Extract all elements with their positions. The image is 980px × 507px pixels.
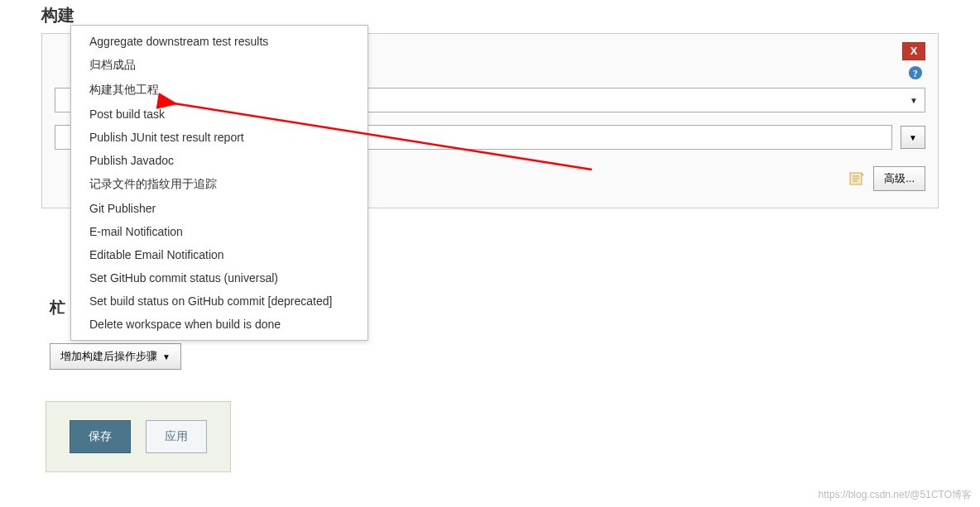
dropdown-item-post-build-task[interactable]: Post build task [71,103,368,126]
save-button[interactable]: 保存 [70,420,131,453]
expand-button[interactable]: ▼ [901,126,925,149]
dropdown-item-editable-email[interactable]: Editable Email Notification [71,243,368,266]
dropdown-item-git-publisher[interactable]: Git Publisher [71,197,368,220]
chevron-down-icon: ▼ [909,133,917,142]
apply-button[interactable]: 应用 [146,420,207,453]
dropdown-item-fingerprint[interactable]: 记录文件的指纹用于追踪 [71,172,368,197]
watermark-text: https://blog.csdn.net/@51CTO博客 [819,488,972,502]
dropdown-item-javadoc[interactable]: Publish Javadoc [71,149,368,172]
dropdown-item-delete-workspace[interactable]: Delete workspace when build is done [71,313,368,336]
close-button[interactable]: X [902,42,925,60]
add-post-build-step-button[interactable]: 增加构建后操作步骤 ▼ [50,343,181,370]
post-build-dropdown: Aggregate downstream test results 归档成品 构… [70,25,368,341]
dropdown-item-email[interactable]: E-mail Notification [71,220,368,243]
post-build-section-title: 杧 [50,297,65,318]
chevron-down-icon: ▼ [162,352,171,361]
help-icon[interactable]: ? [908,65,923,80]
svg-text:?: ? [913,69,918,79]
dropdown-item-junit[interactable]: Publish JUnit test result report [71,126,368,149]
dropdown-item-github-deprecated[interactable]: Set build status on GitHub commit [depre… [71,289,368,313]
save-bar: 保存 应用 [46,401,231,472]
note-icon [848,170,865,187]
dropdown-item-archive[interactable]: 归档成品 [71,53,368,78]
chevron-down-icon: ▼ [910,96,918,105]
dropdown-item-github-status[interactable]: Set GitHub commit status (universal) [71,266,368,289]
section-title-build: 构建 [41,4,939,26]
advanced-button[interactable]: 高级... [873,166,925,191]
add-step-label: 增加构建后操作步骤 [60,349,157,364]
dropdown-item-build-other[interactable]: 构建其他工程 [71,78,368,103]
dropdown-item-aggregate[interactable]: Aggregate downstream test results [71,30,368,53]
